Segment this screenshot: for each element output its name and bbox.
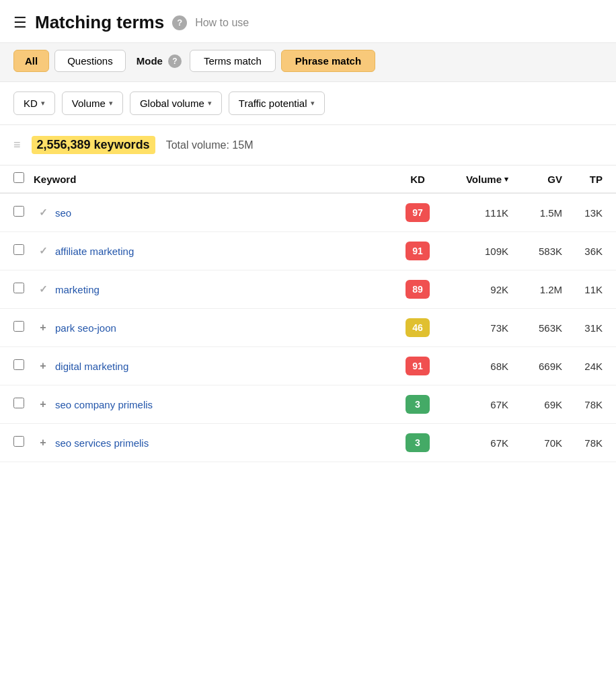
filter-bar: All Questions Mode ? Terms match Phrase … [0,42,616,82]
row-gv: 583K [508,246,562,257]
row-checkbox-cell[interactable] [13,436,34,449]
volume-dropdown-icon: ▾ [109,99,113,108]
row-tp: 36K [562,246,603,257]
row-kd-cell: 46 [394,318,441,337]
table-header: Keyword KD Volume ▾ GV TP [0,166,616,194]
row-action-icon[interactable]: ✓ [34,245,52,257]
row-kd-cell: 91 [394,357,441,375]
traffic-potential-filter-button[interactable]: Traffic potential ▾ [229,91,325,115]
gv-dropdown-icon: ▾ [208,99,212,108]
row-action-icon[interactable]: ✓ [34,207,52,219]
kd-dropdown-icon: ▾ [41,99,45,108]
row-volume: 109K [441,246,508,257]
row-kd-cell: 97 [394,203,441,222]
th-volume[interactable]: Volume ▾ [441,174,508,185]
row-checkbox-cell[interactable] [13,321,34,334]
row-volume: 68K [441,361,508,372]
select-all-checkbox[interactable] [13,172,24,183]
row-volume: 111K [441,207,508,219]
row-checkbox-cell[interactable] [13,283,34,296]
summary-row: ≡ 2,556,389 keywords Total volume: 15M [0,125,616,166]
volume-filter-button[interactable]: Volume ▾ [62,91,123,115]
header-checkbox-cell[interactable] [13,172,34,186]
row-tp: 31K [562,322,603,334]
row-checkbox[interactable] [13,321,24,332]
kd-badge: 91 [406,357,430,375]
global-volume-filter-button[interactable]: Global volume ▾ [130,91,222,115]
row-checkbox-cell[interactable] [13,206,34,219]
row-kd-cell: 3 [394,395,441,414]
header: ☰ Matching terms ? How to use [0,0,616,42]
terms-match-button[interactable]: Terms match [190,50,276,72]
row-action-icon[interactable]: + [34,360,52,372]
row-keyword-link[interactable]: marketing [52,284,394,295]
row-tp: 13K [562,207,603,219]
questions-button[interactable]: Questions [54,50,126,72]
row-gv: 1.2M [508,284,562,295]
th-keyword: Keyword [34,174,394,185]
traffic-potential-filter-label: Traffic potential [239,98,307,109]
row-keyword-link[interactable]: affiliate marketing [52,246,394,257]
row-tp: 24K [562,361,603,372]
row-gv: 70K [508,437,562,449]
row-checkbox-cell[interactable] [13,398,34,411]
kd-filter-button[interactable]: KD ▾ [13,91,55,115]
table-row: ✓ seo 97 111K 1.5M 13K [0,194,616,232]
table-row: + digital marketing 91 68K 669K 24K [0,347,616,386]
volume-filter-label: Volume [72,98,106,109]
kd-badge: 3 [406,395,430,414]
row-action-icon[interactable]: ✓ [34,283,52,295]
row-tp: 78K [562,399,603,410]
th-gv: GV [508,174,562,185]
row-action-icon[interactable]: + [34,322,52,334]
row-checkbox-cell[interactable] [13,244,34,258]
row-action-icon[interactable]: + [34,398,52,410]
table-row: ✓ marketing 89 92K 1.2M 11K [0,270,616,309]
table-row: + park seo-joon 46 73K 563K 31K [0,309,616,347]
table-row: ✓ affiliate marketing 91 109K 583K 36K [0,232,616,270]
row-keyword-link[interactable]: seo [52,207,394,219]
mode-label: Mode [137,55,163,67]
kd-badge: 91 [406,242,430,260]
help-icon[interactable]: ? [172,15,187,30]
page-title: Matching terms [35,12,164,33]
kd-badge: 97 [406,203,430,222]
row-checkbox[interactable] [13,359,24,370]
keyword-count-badge: 2,556,389 keywords [32,136,155,154]
kd-badge: 3 [406,433,430,452]
th-kd: KD [394,174,441,185]
row-gv: 669K [508,361,562,372]
kd-badge: 46 [406,318,430,337]
global-volume-filter-label: Global volume [140,98,204,109]
row-checkbox[interactable] [13,283,24,293]
row-checkbox[interactable] [13,206,24,217]
row-checkbox[interactable] [13,398,24,408]
row-checkbox[interactable] [13,244,24,255]
row-keyword-link[interactable]: park seo-joon [52,322,394,334]
kd-badge: 89 [406,280,430,299]
phrase-match-button[interactable]: Phrase match [281,50,375,72]
row-volume: 92K [441,284,508,295]
table-row: + seo company primelis 3 67K 69K 78K [0,386,616,424]
how-to-use-link[interactable]: How to use [195,17,249,29]
row-gv: 69K [508,399,562,410]
row-keyword-link[interactable]: seo services primelis [52,437,394,449]
row-checkbox-cell[interactable] [13,359,34,373]
row-volume: 73K [441,322,508,334]
table-body: ✓ seo 97 111K 1.5M 13K ✓ affiliate marke… [0,194,616,462]
row-action-icon[interactable]: + [34,437,52,449]
mode-help-icon[interactable]: ? [168,54,182,68]
row-volume: 67K [441,437,508,449]
row-keyword-link[interactable]: seo company primelis [52,399,394,410]
row-checkbox[interactable] [13,436,24,447]
row-gv: 563K [508,322,562,334]
table-row: + seo services primelis 3 67K 70K 78K [0,424,616,462]
column-filters: KD ▾ Volume ▾ Global volume ▾ Traffic po… [0,82,616,125]
row-keyword-link[interactable]: digital marketing [52,361,394,372]
row-kd-cell: 91 [394,242,441,260]
row-volume: 67K [441,399,508,410]
row-kd-cell: 89 [394,280,441,299]
hamburger-icon[interactable]: ☰ [13,14,27,32]
all-button[interactable]: All [13,50,49,72]
total-volume-text: Total volume: 15M [166,139,254,151]
